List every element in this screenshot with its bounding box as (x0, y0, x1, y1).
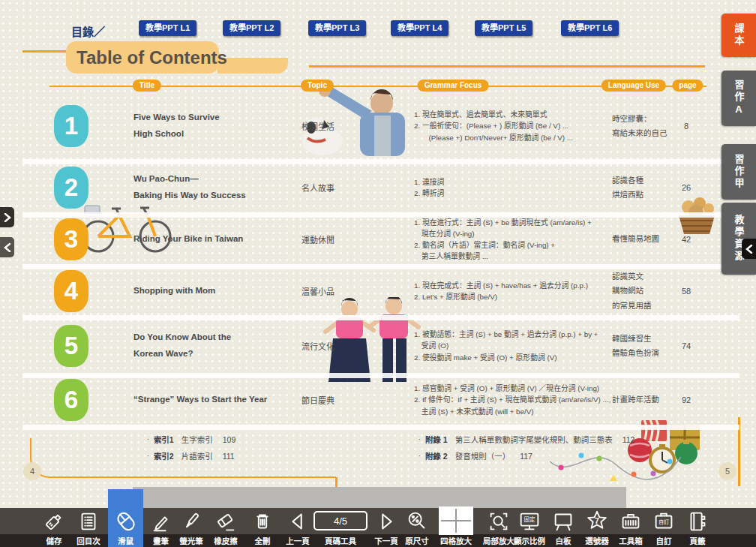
appendix-page: 112 (622, 435, 635, 444)
unit-number-badge: 2 (54, 167, 88, 209)
mouse-tool-button[interactable]: 滑鼠 (108, 508, 143, 547)
side-tab-textbook[interactable]: 課本 (722, 14, 756, 57)
appendix-text: 第三人稱單數動詞字尾變化規則、動詞三態表 (455, 435, 613, 444)
column-header-topic: Topic (301, 80, 334, 92)
unit-title: Five Ways to Survive High School (134, 93, 287, 159)
page-scroll-strip[interactable] (133, 487, 626, 508)
toc-list-icon (76, 509, 101, 534)
ppt-button-l6[interactable]: 教學PPT L6 (561, 20, 619, 36)
column-header-grammar-focus: Grammar Focus (418, 80, 489, 92)
custom-tools-button[interactable]: 自訂 自訂 (646, 508, 681, 547)
unit-number-badge: 5 (54, 325, 88, 367)
header-left-rule (22, 50, 66, 53)
custom-box-icon: 自訂 (651, 509, 676, 534)
ppt-button-l3[interactable]: 教學PPT L3 (308, 20, 366, 36)
mouse-icon (113, 509, 139, 534)
toolbox-button[interactable]: 工具箱 (614, 508, 648, 547)
toolbar-label: 局部放大 (483, 534, 514, 547)
pen-tool-button[interactable]: 畫筆 (144, 508, 178, 547)
unit-title: Riding Your Bike in Taiwan (134, 215, 287, 263)
unit-page-number: 74 (670, 320, 702, 372)
toolbar-label: 自訂 (656, 534, 672, 547)
row-separator (22, 159, 740, 164)
unit-number-badge: 6 (54, 379, 88, 421)
unit-page-number: 42 (670, 215, 702, 263)
unit-number-badge: 1 (54, 105, 88, 147)
bullet: ‧ (418, 452, 421, 460)
fixed-badge: 固定 (524, 515, 536, 523)
next-page-button[interactable]: 下一頁 (369, 508, 404, 547)
zoom-percent-icon (404, 509, 430, 534)
unit-title: Shopping with Mom (134, 268, 287, 314)
highlighter-tool-button[interactable]: 螢光筆 (174, 508, 208, 547)
ppt-button-l4[interactable]: 教學PPT L4 (391, 20, 448, 36)
ppt-button-l1[interactable]: 教學PPT L1 (139, 20, 196, 36)
ppt-button-l2[interactable]: 教學PPT L2 (223, 20, 280, 36)
whiteboard-icon (550, 509, 576, 534)
side-tab-workbook-a[interactable]: 習作A (722, 71, 756, 126)
toolbar-label: 四格放大 (440, 534, 472, 547)
number-picker-button[interactable]: 7 選號器 (580, 508, 614, 547)
toolbar-label: 畫筆 (153, 534, 169, 547)
left-panel-collapse-button[interactable] (0, 237, 14, 257)
page-tabs-button[interactable]: 頁籤 (680, 508, 715, 547)
delete-all-button[interactable]: 全刪 (245, 508, 280, 547)
appendix-label: 附錄 2 (425, 452, 448, 461)
page-indicator[interactable]: 4/5 (314, 511, 368, 530)
page-tabs-icon (685, 509, 710, 534)
left-panel-expand-button[interactable] (0, 207, 14, 227)
toolbar-label: 滑鼠 (118, 534, 134, 547)
bullet: ‧ (147, 452, 149, 460)
unit-topic: 運動休閒 (287, 215, 349, 263)
eraser-icon (213, 509, 238, 534)
save-icon (41, 509, 67, 534)
eraser-tool-button[interactable]: 橡皮擦 (208, 508, 243, 547)
unit-page-number: 92 (670, 376, 702, 424)
unit-title: Do You Know About the Korean Wave? (134, 320, 287, 372)
unit-grammar-focus: 1. 感官動詞 + 受詞 (O) + 原形動詞 (V) ／現在分詞 (V-ing… (414, 376, 630, 424)
star-number-icon: 7 (584, 509, 610, 534)
unit-topic: 溫馨小品 (287, 268, 349, 314)
active-tool-highlight (108, 489, 143, 509)
table-row: 1 Five Ways to Survive High School 校園生活 … (0, 93, 756, 159)
toolbar-label: 白板 (556, 534, 572, 547)
right-panel-collapse-button[interactable] (742, 239, 756, 259)
chevron-left-icon (746, 245, 753, 254)
previous-page-button[interactable]: 上一頁 (280, 508, 315, 547)
unit-title: “Strange” Ways to Start the Year (134, 376, 287, 424)
picker-digit: 7 (595, 517, 599, 525)
table-row: 3 Riding Your Bike in Taiwan 運動休閒 1. 現在進… (0, 215, 756, 263)
four-grid-zoom-button[interactable]: 四格放大 (439, 508, 473, 547)
decoration-string-lights (550, 439, 681, 491)
unit-topic: 校園生活 (287, 93, 349, 159)
unit-grammar-focus: 1. 被動語態：主詞 (S) + be 動詞 + 過去分詞 (p.p.) + b… (414, 320, 630, 372)
prev-arrow-icon (285, 509, 310, 534)
page-title: Table of Contents (66, 41, 219, 74)
unit-topic: 流行文化 (287, 320, 349, 372)
back-to-toc-button[interactable]: 回目次 (71, 508, 106, 547)
display-ratio-button[interactable]: 固定 顯示比例 (512, 508, 548, 547)
page-indicator-tool[interactable]: 4/5 頁碼工具 (312, 508, 369, 547)
side-tab-workbook-jia[interactable]: 習作甲 (722, 144, 756, 200)
toolbar-label: 螢光筆 (179, 534, 203, 547)
unit-grammar-focus: 1. 現在完成式：主詞 (S) + have/has + 過去分詞 (p.p.)… (414, 268, 630, 314)
unit-page-number: 26 (670, 164, 702, 211)
index-page: 111 (223, 452, 235, 461)
display-ratio-icon: 固定 (517, 509, 542, 534)
ppt-button-l5[interactable]: 教學PPT L5 (475, 20, 532, 36)
toolbar-label: 橡皮擦 (214, 534, 238, 547)
index-page: 109 (223, 435, 236, 444)
row-separator (22, 425, 740, 430)
toolbar-label: 顯示比例 (514, 534, 545, 547)
toolbar-label: 選號器 (585, 534, 609, 547)
highlighter-icon (178, 509, 204, 534)
table-row: 6 “Strange” Ways to Start the Year 節日慶典 … (0, 376, 756, 424)
header-right-rule (309, 65, 705, 68)
index-label: 索引1 (154, 435, 174, 444)
actual-size-button[interactable]: 原尺寸 (400, 508, 434, 547)
whiteboard-button[interactable]: 白板 (546, 508, 580, 547)
index-label: 索引2 (154, 452, 174, 461)
save-button[interactable]: 儲存 (37, 508, 71, 547)
unit-grammar-focus: 1. 現在進行式：主詞 (S) + be 動詞現在式 (am/are/is) +… (414, 215, 630, 263)
toolbar-label: 工具箱 (619, 534, 643, 547)
